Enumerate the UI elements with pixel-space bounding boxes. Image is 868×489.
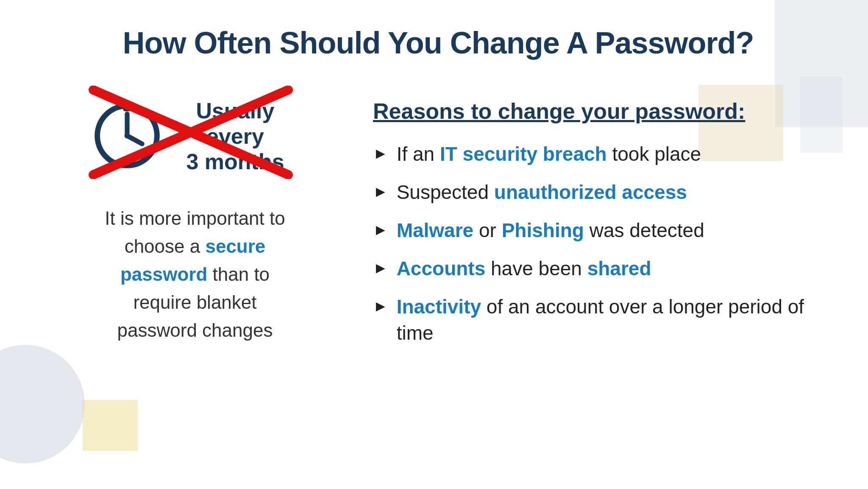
list-item: ► Suspected unauthorized access xyxy=(373,179,826,205)
reasons-heading: Reasons to change your password: xyxy=(373,98,826,124)
password-highlight: password xyxy=(120,264,207,285)
phishing-highlight: Phishing xyxy=(502,219,584,241)
list-item: ► Accounts have been shared xyxy=(373,255,826,282)
bullet-text-4: Accounts have been shared xyxy=(397,255,651,282)
svg-rect-4 xyxy=(123,104,131,111)
bullet-arrow-icon: ► xyxy=(373,220,388,240)
it-security-breach-highlight: IT security breach xyxy=(440,143,607,165)
slide-title: How Often Should You Change A Password? xyxy=(51,25,826,60)
bullet-arrow-icon: ► xyxy=(373,258,388,279)
clock-section: Usually every 3 months xyxy=(93,94,297,179)
bullet-list: ► If an IT security breach took place ► … xyxy=(373,141,826,346)
inactivity-highlight: Inactivity xyxy=(397,296,481,318)
bullet-text-3: Malware or Phishing was detected xyxy=(397,217,704,243)
bullet-arrow-icon: ► xyxy=(373,143,388,164)
bullet-text-2: Suspected unauthorized access xyxy=(397,179,687,205)
bullet-arrow-icon: ► xyxy=(373,296,388,317)
accounts-highlight: Accounts xyxy=(397,257,486,279)
main-layout: Usually every 3 months It is more import… xyxy=(51,94,826,346)
bullet-text-5: Inactivity of an account over a longer p… xyxy=(397,293,826,346)
secure-highlight: secure xyxy=(205,236,265,257)
svg-line-3 xyxy=(127,136,142,144)
list-item: ► If an IT security breach took place xyxy=(373,141,826,167)
bullet-text-1: If an IT security breach took place xyxy=(397,141,701,167)
slide-content: How Often Should You Change A Password? xyxy=(0,0,868,489)
left-column: Usually every 3 months It is more import… xyxy=(51,94,339,344)
shared-highlight: shared xyxy=(587,257,651,279)
body-text: It is more important to choose a secure … xyxy=(105,204,285,344)
clock-icon xyxy=(93,102,161,171)
list-item: ► Inactivity of an account over a longer… xyxy=(373,293,826,346)
unauthorized-access-highlight: unauthorized access xyxy=(494,181,687,203)
clock-label: Usually every 3 months xyxy=(174,98,297,174)
right-column: Reasons to change your password: ► If an… xyxy=(373,94,826,346)
list-item: ► Malware or Phishing was detected xyxy=(373,217,826,243)
malware-highlight: Malware xyxy=(397,219,474,241)
bullet-arrow-icon: ► xyxy=(373,182,388,202)
